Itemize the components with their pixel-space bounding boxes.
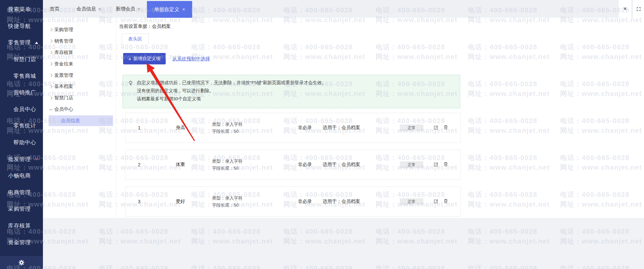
- tab-strip: 首页 会员信息 × 新增会员 × 单据自定义 × ×: [43, 0, 644, 18]
- tab-member-info[interactable]: 会员信息 ×: [76, 0, 101, 18]
- chevron-right-icon: [49, 85, 53, 88]
- tree-item-invoice[interactable]: 发票管理: [43, 70, 116, 81]
- sidebar-item-label: 资金管理: [8, 239, 31, 246]
- tree-item-label: 库存核算: [54, 50, 73, 56]
- gear-icon[interactable]: [18, 259, 25, 266]
- sidebar-footer: [0, 256, 43, 269]
- sidebar-item-label: 帮助中心: [13, 139, 36, 146]
- sidebar-item-retail-stats[interactable]: 零售统计: [0, 118, 43, 134]
- field-length: 字段长度：50: [212, 128, 243, 135]
- notice-box: 自定义项新增成功后，已使用情况下，无法删除，并须按“F5键”刷新页面或重新登录才…: [122, 75, 460, 108]
- chevron-right-icon: [49, 51, 53, 54]
- edit-button[interactable]: [433, 162, 438, 168]
- field-applies-to: 适用于：会员档案: [323, 199, 360, 205]
- close-tab-icon[interactable]: ×: [98, 6, 101, 12]
- close-tab-icon[interactable]: ×: [182, 7, 185, 12]
- plus-icon: +: [128, 56, 131, 62]
- field-required: 非必录: [298, 162, 312, 168]
- field-applies-to: 适用于：会员档案: [323, 162, 360, 168]
- tree-item-member-center[interactable]: 会员中心: [43, 104, 116, 115]
- notice-line: 自定义项新增成功后，已使用情况下，无法删除，并须按“F5键”刷新页面或重新登录才…: [137, 79, 453, 87]
- tab-new-member[interactable]: 新增会员 ×: [116, 0, 140, 18]
- sidebar-item-retail-mall[interactable]: 零售商城: [0, 68, 43, 85]
- row-index: 2: [136, 162, 143, 167]
- tree-item-purchase[interactable]: 采购管理: [43, 24, 116, 36]
- sidebar-item-ecom-mgmt[interactable]: 电商管理: [0, 184, 43, 201]
- close-tab-icon[interactable]: ×: [138, 6, 140, 12]
- field-type: 类型：录入字符: [212, 121, 243, 128]
- edit-button[interactable]: [433, 125, 438, 131]
- tab-header-area[interactable]: 表头区: [122, 34, 149, 45]
- field-type-block: 类型：录入字符 字段长度：50: [212, 195, 243, 209]
- tab-label: 新增会员: [116, 6, 135, 12]
- delete-button[interactable]: [443, 162, 448, 168]
- delete-button[interactable]: [443, 125, 448, 131]
- main-sidebar-list: 搜索菜单 快捷导航 零售管理 智慧门店 零售商城 营销推广 会员中心 零售统计 …: [0, 1, 43, 251]
- tab-label: 会员信息: [76, 6, 96, 12]
- sidebar-item-quick-nav[interactable]: 快捷导航: [0, 18, 43, 35]
- sidebar-item-label: 批发管理: [8, 156, 31, 163]
- chevron-right-icon: [49, 74, 53, 77]
- tree-item-label: 资金往来: [54, 61, 73, 67]
- status-badge: 正常: [400, 124, 423, 131]
- sidebar-item-purchase-mgmt[interactable]: 采购管理: [0, 201, 43, 218]
- field-type-block: 类型：录入字符 字段长度：50: [212, 121, 243, 135]
- sidebar-item-inventory-acct[interactable]: 库存核算: [0, 218, 43, 234]
- fullscreen-button[interactable]: [633, 0, 644, 18]
- sidebar-item-member-center[interactable]: 会员中心: [0, 101, 43, 118]
- tree-item-smart-store[interactable]: 智慧门店: [43, 92, 116, 104]
- chevron-right-icon: [49, 62, 53, 66]
- select-from-preset-link[interactable]: 从系统预制中选择: [172, 56, 210, 62]
- chevron-right-icon: [49, 28, 53, 32]
- tree-item-label: 发票管理: [54, 72, 73, 78]
- sidebar-item-marketing[interactable]: 营销推广: [0, 85, 43, 101]
- sidebar-item-retail-mgmt[interactable]: 零售管理: [0, 35, 43, 51]
- edit-icon: [433, 162, 438, 167]
- sidebar-item-funds-mgmt[interactable]: 资金管理: [0, 234, 43, 251]
- field-name: 体重: [170, 162, 191, 168]
- sidebar-item-label: 小畅电商: [8, 172, 31, 179]
- row-index: 1: [136, 125, 143, 130]
- trash-icon: [443, 125, 448, 130]
- tree-item-member-info-selected[interactable]: 会员信息: [49, 115, 113, 126]
- tab-doc-customize-active[interactable]: 单据自定义 ×: [147, 1, 192, 18]
- edit-button[interactable]: [433, 199, 438, 205]
- tree-item-basic-archives[interactable]: 基本档案: [43, 81, 116, 92]
- sidebar-item-label: 会员中心: [13, 106, 36, 113]
- app-window: 搜索菜单 快捷导航 零售管理 智慧门店 零售商城 营销推广 会员中心 零售统计 …: [0, 0, 644, 269]
- tree-item-label: 基本档案: [54, 84, 73, 90]
- tree-item-label: 智慧门店: [54, 95, 73, 101]
- page-background: [43, 218, 644, 269]
- field-type: 类型：录入字符: [212, 158, 243, 165]
- sidebar-item-smart-store[interactable]: 智慧门店: [0, 51, 43, 68]
- field-required: 非必录: [298, 125, 312, 131]
- close-icon: ×: [623, 5, 627, 12]
- tree-item-funds[interactable]: 资金往来: [43, 58, 116, 70]
- window-close-button[interactable]: ×: [619, 0, 631, 18]
- doc-tree-nav: 采购管理 销售管理 库存核算 资金往来 发票管理 基本档案 智慧门店 会员中心 …: [43, 18, 116, 218]
- sidebar-item-label: 零售管理: [8, 39, 31, 46]
- row-index: 3: [136, 199, 143, 204]
- trash-icon: [443, 162, 448, 167]
- add-custom-field-button[interactable]: + 新增自定义项: [123, 53, 166, 64]
- tree-item-label: 会员中心: [54, 106, 73, 112]
- tab-label: 首页: [50, 6, 59, 12]
- tab-home[interactable]: 首页: [50, 0, 59, 18]
- add-button-label: 新增自定义项: [133, 56, 160, 62]
- sidebar-item-search-menu[interactable]: 搜索菜单: [0, 1, 43, 18]
- sidebar-item-xiaochang-ecom[interactable]: 小畅电商: [0, 168, 43, 184]
- lightbulb-icon: [128, 80, 133, 86]
- tree-item-sales[interactable]: 销售管理: [43, 36, 116, 47]
- tree-item-inventory[interactable]: 库存核算: [43, 47, 116, 58]
- sidebar-item-help-center[interactable]: 帮助中心: [0, 134, 43, 151]
- tree-item-label: 销售管理: [54, 38, 73, 44]
- delete-button[interactable]: [443, 199, 448, 205]
- tree-item-member-info-wrap: 会员信息: [43, 115, 116, 126]
- main-sidebar: 搜索菜单 快捷导航 零售管理 智慧门店 零售商城 营销推广 会员中心 零售统计 …: [0, 0, 43, 269]
- field-applies-to: 适用于：会员档案: [323, 125, 360, 131]
- sidebar-item-wholesale-mgmt[interactable]: 批发管理: [0, 151, 43, 168]
- notice-line: 该档案最多可新增30个自定义项: [137, 95, 453, 103]
- sidebar-item-label: 搜索菜单: [8, 6, 31, 13]
- field-length: 字段长度：50: [212, 165, 243, 172]
- tab-underline: [119, 44, 122, 45]
